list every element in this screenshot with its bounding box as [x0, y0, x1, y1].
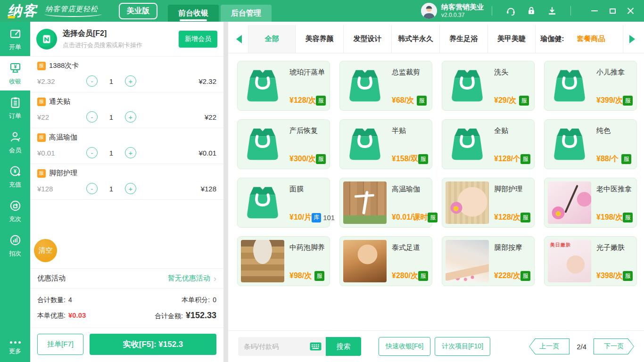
product-card[interactable]: 高温瑜伽 ¥0.01/课时 服 [339, 178, 432, 228]
decrease-qty-button[interactable]: - [86, 147, 98, 158]
sidebar-item-more[interactable]: 更多 [0, 341, 30, 362]
cart-item-name: 脚部护理 [49, 169, 77, 178]
sidebar: 开单 ¥ 收银 订单 会员 ¥ 充值 充次 扣次 更多 [0, 22, 30, 362]
download-icon[interactable] [546, 5, 558, 16]
category-tab-hair[interactable]: 发型设计 [344, 25, 392, 53]
product-card[interactable]: 半贴 ¥158/双 服 [339, 119, 432, 169]
product-name: 小儿推拿 [596, 68, 631, 77]
top-bar: 纳客 纳客管店更轻松 美业版 前台收银 后台管理 纳客营销美业 v2.0.0.3… [0, 0, 644, 22]
decrease-qty-button[interactable]: - [86, 75, 98, 87]
sidebar-item-label: 扣次 [9, 249, 21, 258]
decrease-qty-button[interactable]: - [86, 111, 98, 123]
product-price: ¥68/次 [392, 96, 414, 106]
customer-service-icon[interactable] [505, 5, 516, 16]
service-badge: 服 [623, 96, 633, 106]
product-name: 腿部按摩 [494, 243, 529, 252]
keyboard-icon[interactable] [310, 342, 322, 351]
service-badge: 服 [316, 96, 326, 106]
product-card[interactable]: 泰式足道 ¥280/次 服 [339, 236, 432, 286]
sidebar-item-members[interactable]: 会员 [0, 125, 30, 159]
hold-order-button[interactable]: 挂单[F7] [37, 334, 83, 355]
product-photo [548, 181, 591, 224]
svg-text:¥: ¥ [14, 64, 17, 69]
avatar[interactable] [421, 3, 437, 19]
pagination: 上一页 2/4 下一页 [529, 338, 634, 354]
user-info[interactable]: 纳客营销美业 v2.0.0.37 [441, 3, 484, 18]
lock-icon[interactable] [526, 5, 537, 16]
sidebar-item-recharge-times[interactable]: 充次 [0, 194, 30, 228]
promo-label: 优惠活动 [37, 274, 66, 283]
category-tab-beauty[interactable]: 美容养颜 [296, 25, 344, 53]
product-card[interactable]: 全贴 ¥128/个 服 [442, 119, 535, 169]
stock-badge: 库 [312, 213, 321, 222]
category-tab-semi-permanent[interactable]: 韩式半永久 [392, 25, 440, 53]
category-next-arrow[interactable] [623, 25, 641, 53]
service-badge: 服 [520, 213, 530, 222]
product-card[interactable]: 洗头 ¥29/次 服 [442, 61, 535, 111]
product-card[interactable]: 美日嫩肤 光子嫩肤 ¥398/次 服 [544, 236, 637, 286]
sidebar-item-label: 充次 [9, 215, 21, 223]
tab-front-cashier[interactable]: 前台收银 [168, 5, 219, 22]
close-button[interactable] [621, 4, 639, 18]
cart-item-total: ¥2.32 [198, 77, 216, 85]
promo-row[interactable]: 优惠活动 暂无优惠活动 › [30, 268, 223, 288]
sidebar-item-open-order[interactable]: 开单 [0, 22, 30, 56]
service-badge: 服 [37, 62, 46, 70]
increase-qty-button[interactable]: + [125, 147, 136, 158]
cashier-monitor-icon: ¥ [9, 62, 22, 74]
increase-qty-button[interactable]: + [125, 111, 136, 123]
category-tab-foot-bath[interactable]: 养生足浴 [440, 25, 488, 53]
sidebar-item-recharge[interactable]: ¥ 充值 [0, 159, 30, 194]
shopping-bag-icon [241, 65, 284, 107]
cart-item-qty: 1 [98, 185, 125, 193]
member-person-icon [9, 131, 22, 143]
category-tab-packages[interactable]: 套餐商品 [577, 25, 624, 53]
product-card[interactable]: 面膜 ¥10/片 库 101 [237, 178, 330, 228]
product-price: ¥128/次 [494, 213, 520, 222]
category-tab-all[interactable]: 全部 [248, 25, 296, 53]
product-card[interactable]: 小儿推拿 ¥399/次 服 [544, 61, 637, 111]
barcode-input[interactable] [244, 343, 305, 350]
member-select-bar[interactable]: 选择会员[F2] 点击进行会员搜索或刷卡操作 新增会员 [30, 22, 223, 57]
pay-button[interactable]: 实收[F5]: ¥152.3 [90, 334, 216, 355]
increase-qty-button[interactable]: + [125, 183, 136, 194]
sidebar-item-cashier[interactable]: ¥ 收银 [0, 56, 30, 90]
category-prev-arrow[interactable] [230, 25, 248, 53]
product-card[interactable]: 腿部按摩 ¥228/次 服 [442, 236, 535, 286]
prev-page-button[interactable]: 上一页 [529, 338, 570, 354]
edition-button[interactable]: 美业版 [119, 3, 157, 19]
product-photo [446, 240, 489, 282]
add-member-button[interactable]: 新增会员 [179, 31, 217, 48]
decrease-qty-button[interactable]: - [86, 183, 98, 194]
increase-qty-button[interactable]: + [125, 75, 136, 87]
cart-item-total: ¥128 [201, 185, 216, 193]
category-tab-nails[interactable]: 美甲美睫 [488, 25, 536, 53]
product-card[interactable]: 产后恢复 ¥300/次 服 [237, 119, 330, 169]
minimize-button[interactable] [586, 4, 603, 18]
order-list-icon [9, 96, 22, 109]
product-card[interactable]: 纯色 ¥88/个 服 [544, 119, 637, 169]
product-name: 洗头 [494, 68, 529, 77]
service-badge: 服 [418, 154, 428, 164]
promo-value: 暂无优惠活动 [168, 274, 210, 283]
search-button[interactable]: 搜索 [326, 337, 361, 356]
tab-back-management[interactable]: 后台管理 [221, 5, 272, 22]
maximize-button[interactable] [603, 4, 621, 18]
counting-item-button[interactable]: 计次项目[F10] [435, 337, 490, 356]
next-page-button[interactable]: 下一页 [594, 338, 634, 354]
service-badge: 服 [623, 213, 633, 222]
product-card[interactable]: 中药泡脚养生 ¥98/次 服 [237, 236, 330, 286]
clear-cart-button[interactable]: 清空 [34, 239, 57, 262]
product-price: ¥280/次 [392, 271, 418, 281]
product-card[interactable]: 脚部护理 ¥128/次 服 [442, 178, 535, 228]
deduct-times-icon [9, 234, 22, 247]
quick-cashier-button[interactable]: 快速收银[F6] [379, 337, 430, 356]
sidebar-item-orders[interactable]: 订单 [0, 90, 30, 125]
product-card[interactable]: 总监裁剪 ¥68/次 服 [339, 61, 432, 111]
service-badge: 服 [37, 98, 46, 106]
sidebar-item-label: 更多 [9, 347, 21, 355]
product-card[interactable]: 琥珀汗蒸单次 ¥128/次 服 [237, 61, 330, 111]
category-tab-yoga[interactable]: 瑜伽健: [536, 25, 577, 53]
sidebar-item-deduct-times[interactable]: 扣次 [0, 228, 30, 263]
product-card[interactable]: 老中医推拿 ¥198/次 服 [544, 178, 637, 228]
